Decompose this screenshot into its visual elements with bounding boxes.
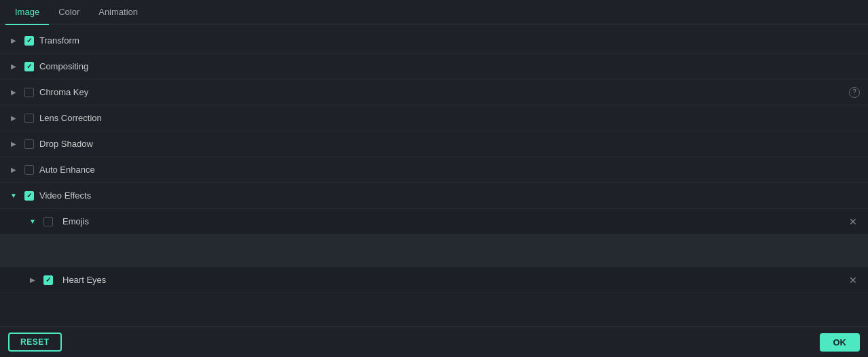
property-row-auto-enhance: ▶ Auto Enhance — [0, 157, 868, 183]
checkbox-chroma-key[interactable] — [24, 88, 34, 97]
label-heart-eyes: Heart Eyes — [62, 275, 846, 285]
checkbox-compositing[interactable] — [24, 62, 34, 71]
tab-animation[interactable]: Animation — [89, 0, 147, 25]
checkbox-video-effects[interactable] — [24, 191, 34, 201]
close-emojis-button[interactable]: ✕ — [846, 215, 860, 228]
label-chroma-key: Chroma Key — [39, 87, 845, 97]
label-compositing: Compositing — [39, 61, 860, 71]
checkbox-transform[interactable] — [24, 36, 34, 46]
checkbox-heart-eyes[interactable] — [43, 275, 53, 285]
tab-bar: Image Color Animation — [0, 0, 868, 25]
label-video-effects: Video Effects — [39, 190, 860, 201]
checkbox-drop-shadow[interactable] — [24, 139, 34, 149]
label-auto-enhance: Auto Enhance — [39, 165, 860, 175]
expand-arrow-emojis[interactable]: ▼ — [27, 216, 38, 227]
tab-color[interactable]: Color — [49, 0, 89, 25]
tab-image[interactable]: Image — [5, 0, 49, 25]
property-row-drop-shadow: ▶ Drop Shadow — [0, 131, 868, 157]
expand-arrow-chroma-key[interactable]: ▶ — [8, 87, 19, 98]
property-row-video-effects: ▼ Video Effects — [0, 183, 868, 209]
checkbox-auto-enhance[interactable] — [24, 165, 34, 175]
reset-button[interactable]: RESET — [8, 333, 62, 352]
expand-arrow-auto-enhance[interactable]: ▶ — [8, 165, 19, 175]
expand-arrow-transform[interactable]: ▶ — [8, 35, 19, 46]
property-row-lens-correction: ▶ Lens Correction — [0, 105, 868, 131]
property-row-transform: ▶ Transform — [0, 28, 868, 54]
properties-panel: ▶ Transform ▶ Compositing ▶ Chroma Key ?… — [0, 25, 868, 326]
expand-arrow-lens-correction[interactable]: ▶ — [8, 113, 19, 124]
expand-arrow-video-effects[interactable]: ▼ — [8, 190, 19, 201]
expand-arrow-compositing[interactable]: ▶ — [8, 61, 19, 72]
label-drop-shadow: Drop Shadow — [39, 139, 860, 149]
label-lens-correction: Lens Correction — [39, 113, 860, 123]
property-row-compositing: ▶ Compositing — [0, 54, 868, 80]
expand-arrow-heart-eyes[interactable]: ▶ — [27, 275, 38, 286]
ok-button[interactable]: OK — [820, 333, 861, 352]
footer: RESET OK — [0, 326, 868, 357]
label-transform: Transform — [39, 35, 860, 46]
sub-row-emojis: ▼ Emojis ✕ — [0, 209, 868, 235]
sub-row-heart-eyes: ▶ Heart Eyes ✕ — [0, 267, 868, 293]
checkbox-emojis[interactable] — [43, 217, 53, 226]
emojis-expanded-content — [0, 235, 868, 267]
help-icon-chroma-key[interactable]: ? — [849, 87, 860, 98]
label-emojis: Emojis — [62, 216, 846, 226]
expand-arrow-drop-shadow[interactable]: ▶ — [8, 139, 19, 150]
close-heart-eyes-button[interactable]: ✕ — [846, 273, 860, 287]
video-effects-children: ▼ Emojis ✕ ▶ Heart Eyes ✕ — [0, 209, 868, 293]
property-row-chroma-key: ▶ Chroma Key ? — [0, 80, 868, 105]
checkbox-lens-correction[interactable] — [24, 114, 34, 123]
